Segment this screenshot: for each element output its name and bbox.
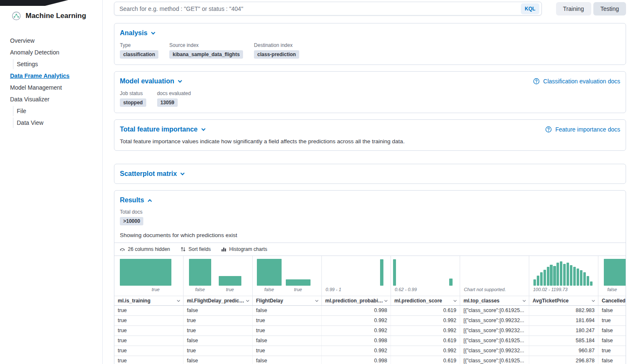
cell-ml.prediction_score[interactable]: 0.992 (391, 326, 460, 336)
table-row: truefalsefalse0.9980.619[{"class_score":… (114, 306, 626, 316)
job-status-badge: stopped (120, 98, 146, 107)
cell-ml.FlightDelay_prediction[interactable]: false (184, 306, 253, 315)
testing-button[interactable]: Testing (593, 2, 626, 15)
grid-toolbar: 26 columns hidden Sort fields Histogram … (114, 243, 626, 256)
cell-ml.prediction_score[interactable]: 0.619 (391, 336, 460, 346)
sidebar-item-anomaly-detection[interactable]: Anomaly Detection (0, 46, 102, 58)
results-panel: Results Total docs >10000 Showing docume… (114, 190, 626, 364)
sidebar-item-overview[interactable]: Overview (0, 35, 102, 46)
cell-ml.top_classes[interactable]: [{"class_score":[0.99232... (460, 346, 529, 356)
chevron-down-icon (178, 78, 182, 83)
cell-Cancelled[interactable]: false (598, 336, 626, 346)
kql-button[interactable]: KQL (521, 3, 539, 14)
cell-ml.top_classes[interactable]: [{"class_score":[0.61925... (460, 306, 529, 315)
scatterplot-matrix-accordion-toggle[interactable]: Scatterplot matrix (120, 170, 184, 178)
feature-importance-accordion-toggle[interactable]: Total feature importance (120, 126, 205, 133)
hide-columns-icon (119, 246, 125, 252)
sidebar-item-data-visualizer[interactable]: Data Visualizer (0, 93, 102, 105)
cell-ml.prediction_score[interactable]: 0.992 (391, 346, 460, 356)
cell-Cancelled[interactable]: false (598, 326, 626, 336)
cell-ml.prediction_probability[interactable]: 0.992 (322, 346, 391, 356)
sort-icon (180, 246, 186, 252)
results-accordion-toggle[interactable]: Results (120, 196, 151, 204)
cell-ml.FlightDelay_prediction[interactable]: false (184, 356, 253, 364)
column-chart-ml.is_training: true (114, 256, 184, 296)
cell-ml.prediction_probability[interactable]: 0.998 (322, 336, 391, 346)
column-chart-ml.top_classes: Chart not supported. (460, 256, 529, 296)
sidebar-item-model-management[interactable]: Model Management (0, 82, 102, 93)
field-label: Job status (120, 90, 146, 96)
cell-FlightDelay[interactable]: true (253, 316, 322, 325)
analysis-panel: Analysis Type classification Source inde… (114, 23, 626, 65)
column-header-ml.prediction_probability[interactable]: ml.prediction_probability (322, 296, 391, 305)
model-evaluation-accordion-toggle[interactable]: Model evaluation (120, 77, 181, 85)
cell-ml.FlightDelay_prediction[interactable]: false (184, 336, 253, 346)
field-label: Source index (169, 42, 243, 48)
cell-AvgTicketPrice[interactable]: 882.983 (529, 306, 598, 315)
cell-AvgTicketPrice[interactable]: 181.694 (529, 316, 598, 325)
cell-ml.prediction_score[interactable]: 0.619 (391, 306, 460, 315)
sort-fields-label: Sort fields (189, 246, 211, 252)
search-input[interactable] (114, 2, 521, 15)
cell-ml.top_classes[interactable]: [{"class_score":[0.99232... (460, 316, 529, 325)
cell-ml.prediction_probability[interactable]: 0.992 (322, 326, 391, 336)
cell-AvgTicketPrice[interactable]: 296.878 (529, 356, 598, 364)
cell-FlightDelay[interactable]: false (253, 356, 322, 364)
cell-ml.is_training[interactable]: true (114, 336, 184, 346)
cell-Cancelled[interactable]: true (598, 316, 626, 325)
cell-ml.FlightDelay_prediction[interactable]: true (184, 316, 253, 325)
column-header-Cancelled[interactable]: Cancelled (598, 296, 626, 305)
column-header-ml.FlightDelay_prediction[interactable]: ml.FlightDelay_prediction (184, 296, 253, 305)
cell-ml.prediction_probability[interactable]: 0.998 (322, 306, 391, 315)
histogram-icon (221, 246, 227, 252)
sidebar-item-file[interactable]: File (0, 105, 102, 117)
histogram-charts-button[interactable]: Histogram charts (221, 246, 267, 252)
cell-ml.top_classes[interactable]: [{"class_score":[0.99232... (460, 326, 529, 336)
columns-hidden-button[interactable]: 26 columns hidden (119, 246, 170, 252)
column-header-ml.is_training[interactable]: ml.is_training (114, 296, 184, 305)
classification-evaluation-docs-link[interactable]: Classification evaluation docs (533, 78, 620, 85)
cell-FlightDelay[interactable]: true (253, 346, 322, 356)
cell-ml.prediction_probability[interactable]: 0.998 (322, 356, 391, 364)
source-index-badge: kibana_sample_data_flights (169, 50, 243, 59)
feature-importance-docs-link[interactable]: Feature importance docs (545, 126, 620, 133)
cell-ml.is_training[interactable]: true (114, 306, 184, 315)
column-chart-AvgTicketPrice: 100.02 - 1199.73 (529, 256, 598, 296)
column-header-FlightDelay[interactable]: FlightDelay (253, 296, 322, 305)
total-docs: Total docs >10000 (120, 209, 620, 225)
cell-ml.FlightDelay_prediction[interactable]: true (184, 346, 253, 356)
column-header-ml.top_classes[interactable]: ml.top_classes (460, 296, 529, 305)
analysis-accordion-toggle[interactable]: Analysis (120, 29, 155, 37)
cell-AvgTicketPrice[interactable]: 585.184 (529, 336, 598, 346)
cell-ml.prediction_score[interactable]: 0.619 (391, 356, 460, 364)
feature-importance-description: Total feature importance values indicate… (120, 138, 620, 145)
sort-fields-button[interactable]: Sort fields (180, 246, 211, 252)
column-chart-ml.FlightDelay_prediction: falsetrue (184, 256, 253, 296)
cell-FlightDelay[interactable]: false (253, 306, 322, 315)
cell-AvgTicketPrice[interactable]: 180.247 (529, 326, 598, 336)
cell-ml.FlightDelay_prediction[interactable]: true (184, 326, 253, 336)
model-evaluation-fields: Job status stopped docs evaluated 13059 (120, 90, 620, 107)
cell-ml.is_training[interactable]: true (114, 326, 184, 336)
cell-Cancelled[interactable]: false (598, 306, 626, 315)
sidebar-nav: Overview Anomaly Detection Settings Data… (0, 35, 102, 129)
cell-ml.top_classes[interactable]: [{"class_score":[0.61925... (460, 356, 529, 364)
training-button[interactable]: Training (556, 2, 591, 15)
cell-ml.prediction_probability[interactable]: 0.992 (322, 316, 391, 325)
field-job-status: Job status stopped (120, 90, 146, 107)
cell-AvgTicketPrice[interactable]: 960.87 (529, 346, 598, 356)
cell-Cancelled[interactable]: true (598, 346, 626, 356)
cell-ml.prediction_score[interactable]: 0.992 (391, 316, 460, 325)
cell-ml.is_training[interactable]: true (114, 356, 184, 364)
cell-Cancelled[interactable]: false (598, 356, 626, 364)
sidebar-item-data-frame-analytics[interactable]: Data Frame Analytics (0, 70, 102, 82)
cell-ml.top_classes[interactable]: [{"class_score":[0.61925... (460, 336, 529, 346)
cell-ml.is_training[interactable]: true (114, 346, 184, 356)
sidebar-item-data-view[interactable]: Data View (0, 117, 102, 129)
cell-ml.is_training[interactable]: true (114, 316, 184, 325)
column-header-ml.prediction_score[interactable]: ml.prediction_score (391, 296, 460, 305)
column-header-AvgTicketPrice[interactable]: AvgTicketPrice (529, 296, 598, 305)
sidebar-item-settings[interactable]: Settings (0, 58, 102, 70)
cell-FlightDelay[interactable]: true (253, 326, 322, 336)
cell-FlightDelay[interactable]: false (253, 336, 322, 346)
